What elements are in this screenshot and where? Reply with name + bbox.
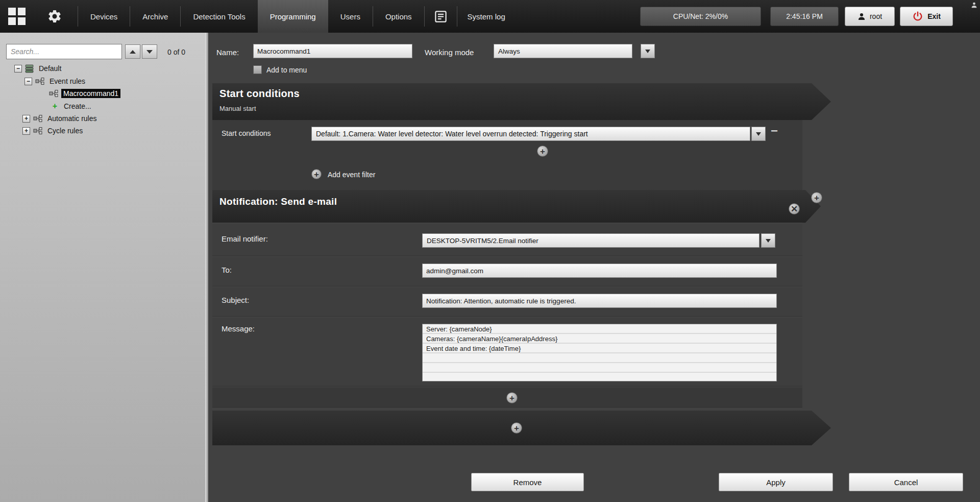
current-user-button[interactable]: root (845, 7, 895, 26)
tree-label-event-rules[interactable]: Event rules (47, 77, 87, 86)
add-action-banner: + (212, 411, 831, 445)
message-row: Message: Server: {cameraNode} Cameras: {… (212, 317, 802, 387)
search-prev-button[interactable] (125, 44, 140, 59)
search-match-counter: 0 of 0 (167, 48, 185, 56)
name-label: Name: (216, 48, 239, 57)
dropdown-arrow-icon (766, 239, 771, 243)
tree-label-macrocommand1[interactable]: Macrocommand1 (61, 89, 120, 98)
tree-item-default[interactable]: − Default (14, 63, 63, 74)
add-action-button[interactable]: + (811, 192, 822, 203)
email-notifier-label: Email notifier: (222, 234, 268, 243)
email-notifier-row: Email notifier: DESKTOP-5VRITM5/2.Email … (212, 223, 802, 256)
power-icon (912, 11, 923, 22)
exit-button[interactable]: Exit (900, 7, 953, 26)
working-mode-dropdown-button[interactable] (641, 44, 655, 58)
rule-icon (35, 78, 44, 85)
server-icon (25, 64, 34, 73)
message-line: Server: {cameraNode} (426, 324, 773, 334)
expand-expander-icon[interactable]: + (22, 115, 30, 123)
add-event-filter-icon[interactable]: + (311, 169, 322, 179)
notification-banner: Notification: Send e-mail ✕ (212, 190, 821, 223)
topbar: Devices Archive Detection Tools Programm… (0, 0, 980, 33)
subject-label: Subject: (222, 296, 249, 304)
remove-condition-button[interactable]: − (771, 124, 778, 138)
collapse-expander-icon[interactable]: − (24, 78, 32, 85)
corner-user-icon (971, 1, 977, 10)
start-conditions-title: Start conditions (219, 88, 300, 100)
message-label: Message: (222, 324, 255, 333)
message-line: Event date and time: {dateTime} (426, 344, 773, 353)
add-condition-button[interactable]: + (537, 146, 548, 157)
rule-icon (33, 115, 42, 122)
message-textarea[interactable]: Server: {cameraNode} Cameras: {cameraNam… (422, 324, 777, 381)
rule-icon (49, 90, 58, 97)
expand-expander-icon[interactable]: + (22, 127, 30, 135)
start-condition-select[interactable]: Default: 1.Camera: Water level detector:… (311, 127, 750, 141)
object-tree-panel: 0 of 0 − Default − Event rules Macrocomm… (0, 33, 205, 502)
add-field-row: + (212, 387, 802, 408)
subject-row: Subject: (212, 286, 802, 317)
apply-button[interactable]: Apply (719, 473, 833, 491)
tree-label-cycle-rules[interactable]: Cycle rules (45, 126, 85, 135)
create-plus-icon: + (51, 102, 59, 111)
app-menu-icon[interactable] (8, 8, 26, 25)
tab-detection-tools[interactable]: Detection Tools (181, 0, 257, 33)
search-next-button[interactable] (142, 44, 157, 59)
tab-archive[interactable]: Archive (130, 0, 180, 33)
tree-label-create[interactable]: Create... (62, 102, 93, 111)
start-conditions-banner: Start conditions Manual start (212, 83, 831, 120)
tree-item-automatic-rules[interactable]: + Automatic rules (22, 113, 99, 124)
close-action-button[interactable]: ✕ (789, 203, 800, 214)
add-to-menu-checkbox[interactable] (253, 65, 262, 74)
to-input[interactable] (422, 264, 777, 278)
tab-options[interactable]: Options (373, 0, 424, 33)
rule-icon (33, 127, 42, 134)
tree-item-macrocommand1[interactable]: Macrocommand1 (49, 88, 120, 99)
start-conditions-row-label: Start conditions (222, 129, 271, 137)
add-event-filter-label[interactable]: Add event filter (328, 171, 375, 179)
tab-users[interactable]: Users (328, 0, 373, 33)
user-icon (857, 12, 866, 20)
message-line: Cameras: {cameraName}{cameraIpAddress} (426, 334, 773, 344)
dropdown-arrow-icon (756, 132, 761, 136)
chevron-down-icon (146, 50, 153, 54)
dropdown-arrow-icon (645, 50, 650, 53)
add-notification-field-button[interactable]: + (506, 392, 518, 403)
gear-icon[interactable] (47, 9, 62, 24)
tree-item-create[interactable]: + Create... (51, 101, 93, 112)
to-row: To: (212, 256, 802, 286)
notification-form: Email notifier: DESKTOP-5VRITM5/2.Email … (212, 223, 802, 408)
chevron-up-icon (130, 50, 136, 54)
search-input[interactable] (6, 44, 122, 59)
user-name: root (870, 12, 882, 20)
tree-item-cycle-rules[interactable]: + Cycle rules (22, 125, 85, 136)
clock: 2:45:16 PM (770, 7, 839, 26)
working-mode-label: Working mode (425, 48, 474, 57)
email-notifier-dropdown-button[interactable] (761, 233, 775, 248)
notification-title: Notification: Send e-mail (219, 196, 337, 207)
working-mode-select[interactable]: Always (494, 44, 632, 58)
add-new-action-button[interactable]: + (511, 422, 522, 434)
remove-button[interactable]: Remove (471, 473, 584, 491)
add-to-menu-label: Add to menu (266, 66, 307, 74)
cpu-net-status: CPU/Net: 2%/0% (640, 7, 761, 26)
macrocommand-editor: Name: Working mode Always Add to menu St… (208, 33, 980, 502)
tree-item-event-rules[interactable]: − Event rules (24, 76, 87, 87)
manual-start-subtitle: Manual start (219, 105, 256, 112)
start-condition-dropdown-button[interactable] (751, 127, 766, 141)
tab-programming[interactable]: Programming (258, 0, 328, 33)
name-input[interactable] (253, 44, 412, 58)
exit-label: Exit (927, 12, 941, 20)
system-log-label[interactable]: System log (457, 12, 516, 21)
subject-input[interactable] (422, 294, 777, 308)
collapse-expander-icon[interactable]: − (14, 65, 22, 73)
to-label: To: (222, 266, 232, 274)
cancel-button[interactable]: Cancel (849, 473, 963, 491)
system-log-icon[interactable] (425, 10, 457, 23)
tree-label-automatic-rules[interactable]: Automatic rules (45, 114, 99, 123)
tab-devices[interactable]: Devices (78, 0, 130, 33)
email-notifier-select[interactable]: DESKTOP-5VRITM5/2.Email notifier (422, 233, 760, 248)
tree-label-default[interactable]: Default (37, 64, 63, 73)
